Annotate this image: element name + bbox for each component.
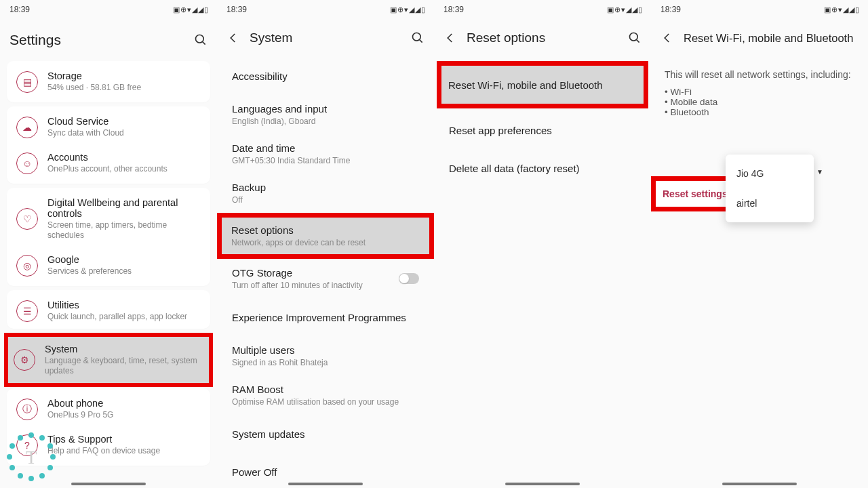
page-title: Reset options bbox=[467, 30, 618, 45]
highlight-reset-wifi: Reset Wi-Fi, mobile and Bluetooth bbox=[437, 61, 648, 108]
dropdown-caret-icon[interactable]: ▼ bbox=[816, 168, 823, 176]
svg-point-15 bbox=[413, 33, 421, 41]
status-time: 18:39 bbox=[9, 5, 30, 14]
status-time: 18:39 bbox=[226, 5, 247, 14]
nav-bar[interactable] bbox=[722, 483, 797, 485]
wellbeing-icon: ♡ bbox=[16, 208, 38, 230]
screenshot-settings: 18:39 ▣ ⊕ ▾ ◢ ◢ ▯ Settings ▤ Storage 54%… bbox=[0, 0, 217, 488]
settings-item-about[interactable]: ⓘ About phone OnePlus 9 Pro 5G bbox=[7, 391, 210, 427]
reset-item-wifi[interactable]: Reset Wi-Fi, mobile and Bluetooth bbox=[441, 66, 644, 104]
highlight-system: ⚙ System Language & keyboard, time, rese… bbox=[4, 333, 213, 387]
about-icon: ⓘ bbox=[16, 399, 38, 420]
reset-item-factory[interactable]: Delete all data (factory reset) bbox=[434, 149, 651, 187]
svg-point-0 bbox=[196, 35, 204, 43]
svg-line-18 bbox=[637, 40, 639, 43]
svg-line-1 bbox=[203, 42, 205, 45]
description-text: This will reset all network settings, in… bbox=[651, 57, 868, 87]
bullet-list: • Wi-Fi • Mobile data • Bluetooth bbox=[651, 87, 868, 127]
settings-item-storage[interactable]: ▤ Storage 54% used · 58.81 GB free bbox=[7, 64, 210, 100]
status-time: 18:39 bbox=[660, 5, 681, 14]
system-item-otg[interactable]: OTG Storage Turn off after 10 minutes of… bbox=[217, 259, 434, 298]
svg-point-7 bbox=[39, 473, 45, 479]
settings-item-utilities[interactable]: ☰ Utilities Quick launch, parallel apps,… bbox=[7, 293, 210, 329]
highlight-reset-options: Reset options Network, apps or device ca… bbox=[217, 213, 434, 259]
sim-dropdown[interactable]: Jio 4G airtel bbox=[726, 155, 814, 222]
system-item-backup[interactable]: Backup Off bbox=[217, 174, 434, 213]
header: System bbox=[217, 19, 434, 57]
system-item-experience[interactable]: Experience Improvement Programmes bbox=[217, 298, 434, 336]
header: Reset Wi-Fi, mobile and Bluetooth bbox=[651, 19, 868, 57]
system-item-accessibility[interactable]: Accessibility bbox=[217, 57, 434, 95]
screenshot-system: 18:39 ▣ ⊕ ▾ ◢ ◢ ▯ System Accessibility L… bbox=[217, 0, 434, 488]
dropdown-option-jio[interactable]: Jio 4G bbox=[726, 159, 814, 188]
settings-item-google[interactable]: ◎ Google Services & preferences bbox=[7, 247, 210, 283]
search-icon[interactable] bbox=[628, 31, 642, 45]
nav-bar[interactable] bbox=[505, 483, 580, 485]
settings-item-tips[interactable]: ? Tips & Support Help and FAQ on device … bbox=[7, 427, 210, 463]
status-time: 18:39 bbox=[443, 5, 464, 14]
accounts-icon: ☺ bbox=[16, 152, 38, 174]
otg-toggle[interactable] bbox=[399, 273, 419, 284]
status-icons: ▣ ⊕ ▾ ◢ ◢ ▯ bbox=[824, 5, 859, 14]
system-item-multiple-users[interactable]: Multiple users Signed in as Rohit Bhatej… bbox=[217, 336, 434, 375]
nav-bar[interactable] bbox=[71, 483, 146, 485]
system-item-datetime[interactable]: Date and time GMT+05:30 India Standard T… bbox=[217, 134, 434, 174]
svg-point-6 bbox=[47, 465, 53, 470]
screenshot-reset-wifi: 18:39 ▣ ⊕ ▾ ◢ ◢ ▯ Reset Wi-Fi, mobile an… bbox=[651, 0, 868, 488]
storage-icon: ▤ bbox=[16, 71, 38, 93]
status-icons: ▣ ⊕ ▾ ◢ ◢ ▯ bbox=[390, 5, 425, 14]
reset-settings-button[interactable]: Reset settings bbox=[663, 188, 728, 199]
status-bar: 18:39 ▣ ⊕ ▾ ◢ ◢ ▯ bbox=[434, 0, 651, 19]
status-icons: ▣ ⊕ ▾ ◢ ◢ ▯ bbox=[173, 5, 208, 14]
status-bar: 18:39 ▣ ⊕ ▾ ◢ ◢ ▯ bbox=[0, 0, 217, 19]
nav-bar[interactable] bbox=[288, 483, 363, 485]
page-title: Settings bbox=[9, 32, 184, 48]
screenshot-reset-options: 18:39 ▣ ⊕ ▾ ◢ ◢ ▯ Reset options Reset Wi… bbox=[434, 0, 651, 488]
settings-item-wellbeing[interactable]: ♡ Digital Wellbeing and parental control… bbox=[7, 190, 210, 247]
svg-point-17 bbox=[630, 33, 638, 41]
back-icon[interactable] bbox=[660, 31, 674, 45]
settings-item-system[interactable]: ⚙ System Language & keyboard, time, rese… bbox=[8, 337, 209, 383]
svg-point-10 bbox=[9, 465, 15, 470]
search-icon[interactable] bbox=[194, 33, 208, 47]
tips-icon: ? bbox=[16, 434, 38, 456]
status-bar: 18:39 ▣ ⊕ ▾ ◢ ◢ ▯ bbox=[217, 0, 434, 19]
status-bar: 18:39 ▣ ⊕ ▾ ◢ ◢ ▯ bbox=[651, 0, 868, 19]
header: Settings bbox=[0, 19, 217, 57]
dropdown-option-airtel[interactable]: airtel bbox=[726, 188, 814, 218]
utilities-icon: ☰ bbox=[16, 300, 38, 322]
settings-item-cloud[interactable]: ☁ Cloud Service Sync data with Cloud bbox=[7, 109, 210, 145]
cloud-icon: ☁ bbox=[16, 117, 38, 138]
back-icon[interactable] bbox=[443, 31, 457, 45]
settings-item-accounts[interactable]: ☺ Accounts OnePlus account, other accoun… bbox=[7, 145, 210, 181]
status-icons: ▣ ⊕ ▾ ◢ ◢ ▯ bbox=[607, 5, 642, 14]
svg-point-8 bbox=[28, 476, 34, 481]
back-icon[interactable] bbox=[226, 31, 240, 45]
page-title: Reset Wi-Fi, mobile and Bluetooth bbox=[684, 32, 859, 45]
header: Reset options bbox=[434, 19, 651, 57]
svg-line-16 bbox=[420, 40, 422, 43]
svg-point-9 bbox=[18, 473, 23, 479]
system-item-languages[interactable]: Languages and input English (India), Gbo… bbox=[217, 95, 434, 134]
system-icon: ⚙ bbox=[14, 349, 35, 371]
search-icon[interactable] bbox=[411, 31, 425, 45]
reset-item-app-prefs[interactable]: Reset app preferences bbox=[434, 111, 651, 149]
system-item-reset-options[interactable]: Reset options Network, apps or device ca… bbox=[222, 218, 429, 254]
system-item-ramboost[interactable]: RAM Boost Optimise RAM utilisation based… bbox=[217, 375, 434, 415]
system-item-updates[interactable]: System updates bbox=[217, 415, 434, 453]
google-icon: ◎ bbox=[16, 255, 38, 277]
page-title: System bbox=[250, 30, 401, 45]
